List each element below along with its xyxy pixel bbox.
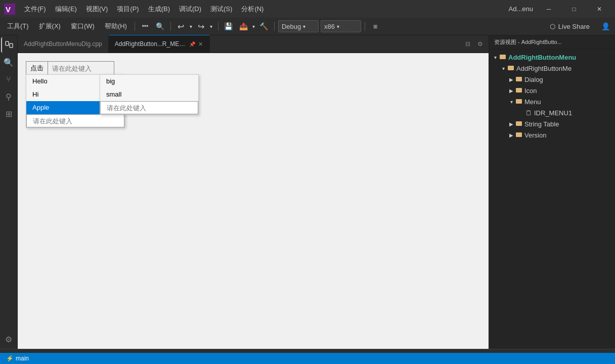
menu-window[interactable]: 窗口(W): [67, 20, 99, 33]
sub-menu: big small: [100, 74, 199, 115]
undo-btn[interactable]: ↩: [174, 20, 188, 33]
svg-rect-7: [516, 77, 522, 81]
menu-analyze[interactable]: 分析(N): [237, 3, 268, 16]
minimize-button[interactable]: ─: [537, 0, 560, 18]
tab-bar: AddRightButtonMenuDlg.cpp AddRightButton…: [18, 35, 489, 53]
tree-item-root[interactable]: ▾ AddRightButtonMenu: [489, 52, 615, 63]
svg-rect-8: [516, 88, 522, 93]
account-btn[interactable]: 👤: [599, 20, 612, 33]
svg-rect-4: [500, 55, 506, 59]
menu-bar-item-click-label: 点击: [30, 64, 43, 73]
tree-icon-root: [499, 53, 506, 62]
tree-icon-dialog: [515, 75, 522, 84]
maximize-button[interactable]: □: [562, 0, 586, 18]
window-title: Ad...enu: [509, 5, 533, 13]
menu-bar-new-item-input[interactable]: [48, 62, 114, 75]
tree-icon-level1: [507, 64, 514, 73]
tab-filter-btn[interactable]: ⊟: [462, 38, 473, 50]
menu-extensions[interactable]: 扩展(X): [35, 20, 65, 33]
tree-item-idr-menu1[interactable]: ▶ 🗒 IDR_MENU1: [489, 107, 615, 118]
close-button[interactable]: ✕: [588, 0, 611, 18]
tree-label-icon: Icon: [524, 87, 537, 95]
menu-edit[interactable]: 编辑(E): [51, 3, 81, 16]
window-controls: ─ □ ✕: [537, 0, 611, 18]
vs-logo: V: [4, 4, 15, 15]
dropdown-hello-label: Hello: [32, 77, 48, 85]
tree-view: ▾ AddRightButtonMenu ▾ AddRightButtonMe …: [489, 50, 615, 349]
menu-test[interactable]: 测试(S): [206, 3, 236, 16]
toolbar-ellipsis-btn[interactable]: •••: [139, 20, 152, 33]
publish-group: 📤 ▾ 🔨: [237, 20, 271, 33]
sub-menu-new-item-row: [100, 101, 198, 114]
tree-icon-menu: [515, 98, 522, 106]
activity-git[interactable]: ⑂: [1, 72, 16, 87]
menu-build[interactable]: 生成(B): [144, 3, 174, 16]
tree-arrow-level1: ▾: [499, 66, 507, 71]
sub-menu-new-item-input[interactable]: [100, 101, 198, 114]
toolbar-extra-btn[interactable]: ⊞: [369, 20, 382, 33]
title-bar-right: Ad...enu ─ □ ✕: [509, 0, 611, 18]
dropdown-new-item-input[interactable]: [26, 114, 124, 127]
toolbar-search-btn[interactable]: 🔍: [154, 20, 167, 33]
redo-dropdown-btn[interactable]: ▾: [208, 20, 214, 33]
activity-settings[interactable]: ⚙: [1, 332, 16, 347]
tab-menu[interactable]: AddRightButton...R_MENU1 - Menu* 📌 ✕: [109, 35, 210, 53]
sub-menu-big-label: big: [106, 77, 115, 85]
live-share-button[interactable]: ⬡ Live Share: [545, 21, 595, 32]
undo-dropdown-btn[interactable]: ▾: [188, 20, 194, 33]
tab-settings-btn[interactable]: ⚙: [474, 38, 486, 50]
tree-label-root: AddRightButtonMenu: [508, 54, 576, 61]
platform-dropdown[interactable]: x86 ▾: [321, 20, 361, 32]
toolbar-separator-2: [170, 22, 171, 31]
tab-cpp[interactable]: AddRightButtonMenuDlg.cpp: [18, 35, 109, 53]
activity-debug[interactable]: ⚲: [1, 89, 16, 104]
tree-icon-idr-menu1: 🗒: [525, 109, 532, 117]
status-bar: ⚡ main: [0, 353, 615, 364]
menu-bar-item-click[interactable]: 点击: [26, 62, 48, 75]
tree-label-idr-menu1: IDR_MENU1: [534, 109, 572, 117]
debug-config-dropdown[interactable]: Debug ▾: [278, 20, 319, 32]
menu-tools[interactable]: 工具(T): [3, 20, 33, 33]
toolbar-right: ⬡ Live Share 👤: [545, 20, 612, 33]
redo-btn[interactable]: ↪: [195, 20, 208, 33]
tree-label-dialog: Dialog: [524, 76, 543, 83]
activity-extensions[interactable]: ⊞: [1, 106, 16, 121]
menu-help[interactable]: 帮助(H): [101, 20, 131, 33]
menu-editor: 点击 Hello ▶ Hi ▶ Apple: [18, 53, 489, 83]
sub-menu-item-big[interactable]: big: [100, 75, 198, 88]
tree-item-icon[interactable]: ▶ Icon: [489, 85, 615, 96]
tree-icon-string-table: [515, 120, 522, 128]
dropdown-apple-label: Apple: [32, 104, 49, 111]
tree-label-level1: AddRightButtonMe: [516, 65, 572, 72]
activity-search[interactable]: 🔍: [1, 55, 16, 70]
build-btn[interactable]: 🔨: [257, 20, 271, 33]
branch-label: main: [16, 355, 29, 362]
tree-item-version[interactable]: ▶ Version: [489, 129, 615, 141]
editor-area: AddRightButtonMenuDlg.cpp AddRightButton…: [18, 35, 489, 349]
svg-rect-2: [6, 41, 9, 46]
resource-panel-header: 资源视图 - AddRightButto...: [489, 35, 615, 50]
publish-dropdown-btn[interactable]: ▾: [251, 20, 257, 33]
toolbar-separator-3: [218, 22, 218, 31]
toolbar-separator-4: [274, 22, 275, 31]
tree-arrow-menu: ▾: [507, 99, 515, 105]
status-branch[interactable]: ⚡ main: [4, 353, 31, 364]
menu-view[interactable]: 视图(V): [82, 3, 112, 16]
menu-project[interactable]: 项目(P): [113, 3, 143, 16]
save-btn[interactable]: 💾: [222, 20, 235, 33]
svg-rect-6: [508, 66, 514, 70]
activity-explorer[interactable]: [1, 37, 16, 53]
menu-file[interactable]: 文件(F): [20, 3, 50, 16]
menu-debug[interactable]: 调试(D): [175, 3, 205, 16]
tree-item-level1[interactable]: ▾ AddRightButtonMe: [489, 63, 615, 74]
tree-item-menu[interactable]: ▾ Menu: [489, 96, 615, 107]
tree-item-dialog[interactable]: ▶ Dialog: [489, 74, 615, 85]
tree-label-menu: Menu: [524, 98, 541, 106]
svg-rect-9: [516, 99, 522, 104]
dropdown-hi-label: Hi: [32, 90, 38, 98]
tab-menu-label: AddRightButton...R_MENU1 - Menu*: [115, 40, 186, 48]
sub-menu-item-small[interactable]: small: [100, 88, 198, 101]
publish-btn[interactable]: 📤: [237, 20, 250, 33]
tree-item-string-table[interactable]: ▶ String Table: [489, 118, 615, 129]
tab-close-btn[interactable]: ✕: [198, 40, 203, 48]
